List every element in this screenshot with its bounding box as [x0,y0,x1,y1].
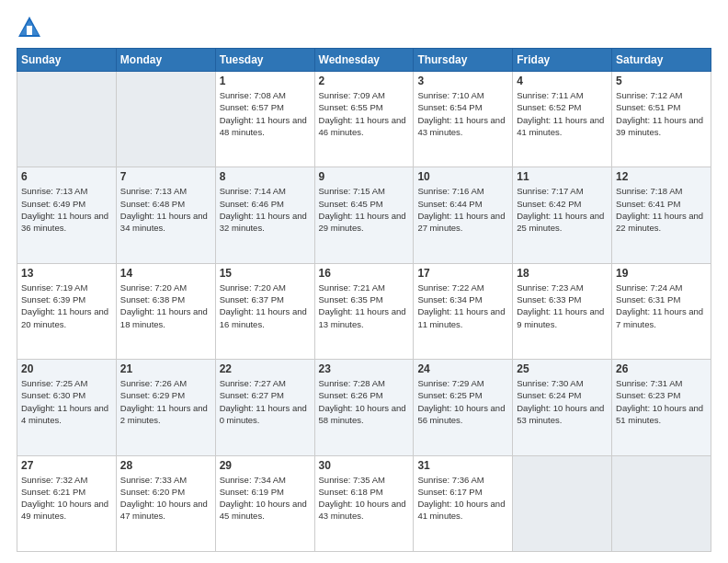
day-number: 16 [319,267,410,280]
day-number: 24 [417,362,508,375]
day-number: 26 [616,362,707,375]
weekday-header: Friday [513,49,612,72]
day-info: Sunrise: 7:14 AM Sunset: 6:46 PM Dayligh… [220,185,311,234]
weekday-header: Sunday [17,49,117,72]
header [17,15,711,40]
day-info: Sunrise: 7:33 AM Sunset: 6:20 PM Dayligh… [120,474,211,523]
day-info: Sunrise: 7:21 AM Sunset: 6:35 PM Dayligh… [319,282,410,330]
calendar-cell: 14Sunrise: 7:20 AM Sunset: 6:38 PM Dayli… [116,263,215,359]
day-info: Sunrise: 7:27 AM Sunset: 6:27 PM Dayligh… [220,377,311,426]
calendar-cell: 9Sunrise: 7:15 AM Sunset: 6:45 PM Daylig… [314,167,414,263]
day-number: 8 [220,170,311,183]
logo [17,15,46,40]
calendar-cell: 3Sunrise: 7:10 AM Sunset: 6:54 PM Daylig… [414,72,513,167]
calendar-cell: 10Sunrise: 7:16 AM Sunset: 6:44 PM Dayli… [414,167,513,263]
calendar-cell: 17Sunrise: 7:22 AM Sunset: 6:34 PM Dayli… [414,263,513,359]
day-number: 31 [417,459,508,472]
calendar-header-row: SundayMondayTuesdayWednesdayThursdayFrid… [17,49,711,72]
calendar-cell: 4Sunrise: 7:11 AM Sunset: 6:52 PM Daylig… [513,72,612,167]
day-info: Sunrise: 7:25 AM Sunset: 6:30 PM Dayligh… [21,377,112,426]
calendar-cell: 19Sunrise: 7:24 AM Sunset: 6:31 PM Dayli… [612,263,711,359]
day-number: 30 [319,459,410,472]
calendar-cell: 8Sunrise: 7:14 AM Sunset: 6:46 PM Daylig… [215,167,314,263]
day-number: 15 [220,267,311,280]
calendar-cell [116,72,215,167]
calendar-week-row: 1Sunrise: 7:08 AM Sunset: 6:57 PM Daylig… [17,72,711,167]
day-info: Sunrise: 7:23 AM Sunset: 6:33 PM Dayligh… [517,282,608,330]
day-number: 12 [616,170,707,183]
calendar-cell: 5Sunrise: 7:12 AM Sunset: 6:51 PM Daylig… [612,72,711,167]
day-info: Sunrise: 7:16 AM Sunset: 6:44 PM Dayligh… [417,185,508,234]
weekday-header: Saturday [612,49,711,72]
day-number: 28 [120,459,211,472]
day-info: Sunrise: 7:12 AM Sunset: 6:51 PM Dayligh… [616,89,707,138]
calendar-week-row: 20Sunrise: 7:25 AM Sunset: 6:30 PM Dayli… [17,360,711,455]
calendar-cell [612,455,711,551]
day-info: Sunrise: 7:32 AM Sunset: 6:21 PM Dayligh… [21,474,112,523]
day-info: Sunrise: 7:18 AM Sunset: 6:41 PM Dayligh… [616,185,707,234]
day-info: Sunrise: 7:22 AM Sunset: 6:34 PM Dayligh… [417,282,508,330]
calendar-cell: 1Sunrise: 7:08 AM Sunset: 6:57 PM Daylig… [215,72,314,167]
day-number: 3 [417,75,508,87]
day-info: Sunrise: 7:26 AM Sunset: 6:29 PM Dayligh… [120,377,211,426]
calendar-cell [513,455,612,551]
day-number: 13 [21,267,112,280]
calendar-cell: 27Sunrise: 7:32 AM Sunset: 6:21 PM Dayli… [17,455,117,551]
calendar-week-row: 13Sunrise: 7:19 AM Sunset: 6:39 PM Dayli… [17,263,711,359]
page: SundayMondayTuesdayWednesdayThursdayFrid… [0,0,728,563]
day-info: Sunrise: 7:30 AM Sunset: 6:24 PM Dayligh… [517,377,608,426]
weekday-header: Monday [116,49,215,72]
calendar-cell [17,72,117,167]
day-info: Sunrise: 7:29 AM Sunset: 6:25 PM Dayligh… [417,377,508,426]
calendar-cell: 28Sunrise: 7:33 AM Sunset: 6:20 PM Dayli… [116,455,215,551]
day-info: Sunrise: 7:09 AM Sunset: 6:55 PM Dayligh… [319,89,410,138]
calendar-cell: 20Sunrise: 7:25 AM Sunset: 6:30 PM Dayli… [17,360,117,455]
day-number: 14 [120,267,211,280]
day-number: 18 [517,267,608,280]
calendar-week-row: 6Sunrise: 7:13 AM Sunset: 6:49 PM Daylig… [17,167,711,263]
calendar-cell: 23Sunrise: 7:28 AM Sunset: 6:26 PM Dayli… [314,360,414,455]
day-info: Sunrise: 7:13 AM Sunset: 6:49 PM Dayligh… [21,185,112,234]
day-info: Sunrise: 7:20 AM Sunset: 6:37 PM Dayligh… [220,282,311,330]
calendar-cell: 12Sunrise: 7:18 AM Sunset: 6:41 PM Dayli… [612,167,711,263]
calendar-cell: 26Sunrise: 7:31 AM Sunset: 6:23 PM Dayli… [612,360,711,455]
day-info: Sunrise: 7:20 AM Sunset: 6:38 PM Dayligh… [120,282,211,330]
day-info: Sunrise: 7:35 AM Sunset: 6:18 PM Dayligh… [319,474,410,523]
calendar-table: SundayMondayTuesdayWednesdayThursdayFrid… [17,48,711,552]
calendar-cell: 6Sunrise: 7:13 AM Sunset: 6:49 PM Daylig… [17,167,117,263]
day-number: 7 [120,170,211,183]
calendar-cell: 24Sunrise: 7:29 AM Sunset: 6:25 PM Dayli… [414,360,513,455]
day-info: Sunrise: 7:17 AM Sunset: 6:42 PM Dayligh… [517,185,608,234]
calendar-cell: 30Sunrise: 7:35 AM Sunset: 6:18 PM Dayli… [314,455,414,551]
calendar-cell: 18Sunrise: 7:23 AM Sunset: 6:33 PM Dayli… [513,263,612,359]
day-info: Sunrise: 7:10 AM Sunset: 6:54 PM Dayligh… [417,89,508,138]
weekday-header: Tuesday [215,49,314,72]
calendar-cell: 15Sunrise: 7:20 AM Sunset: 6:37 PM Dayli… [215,263,314,359]
day-info: Sunrise: 7:13 AM Sunset: 6:48 PM Dayligh… [120,185,211,234]
day-info: Sunrise: 7:24 AM Sunset: 6:31 PM Dayligh… [616,282,707,330]
day-number: 20 [21,362,112,375]
day-info: Sunrise: 7:28 AM Sunset: 6:26 PM Dayligh… [319,377,410,426]
calendar-cell: 2Sunrise: 7:09 AM Sunset: 6:55 PM Daylig… [314,72,414,167]
day-number: 1 [220,75,311,87]
day-number: 23 [319,362,410,375]
logo-icon [17,15,42,40]
weekday-header: Thursday [414,49,513,72]
day-info: Sunrise: 7:15 AM Sunset: 6:45 PM Dayligh… [319,185,410,234]
calendar-cell: 22Sunrise: 7:27 AM Sunset: 6:27 PM Dayli… [215,360,314,455]
calendar-cell: 16Sunrise: 7:21 AM Sunset: 6:35 PM Dayli… [314,263,414,359]
day-info: Sunrise: 7:19 AM Sunset: 6:39 PM Dayligh… [21,282,112,330]
calendar-week-row: 27Sunrise: 7:32 AM Sunset: 6:21 PM Dayli… [17,455,711,551]
calendar-cell: 11Sunrise: 7:17 AM Sunset: 6:42 PM Dayli… [513,167,612,263]
day-number: 2 [319,75,410,87]
day-info: Sunrise: 7:11 AM Sunset: 6:52 PM Dayligh… [517,89,608,138]
day-number: 25 [517,362,608,375]
calendar-cell: 31Sunrise: 7:36 AM Sunset: 6:17 PM Dayli… [414,455,513,551]
day-number: 4 [517,75,608,87]
calendar-cell: 29Sunrise: 7:34 AM Sunset: 6:19 PM Dayli… [215,455,314,551]
day-number: 27 [21,459,112,472]
calendar-cell: 7Sunrise: 7:13 AM Sunset: 6:48 PM Daylig… [116,167,215,263]
day-info: Sunrise: 7:34 AM Sunset: 6:19 PM Dayligh… [220,474,311,523]
day-number: 5 [616,75,707,87]
day-info: Sunrise: 7:08 AM Sunset: 6:57 PM Dayligh… [220,89,311,138]
